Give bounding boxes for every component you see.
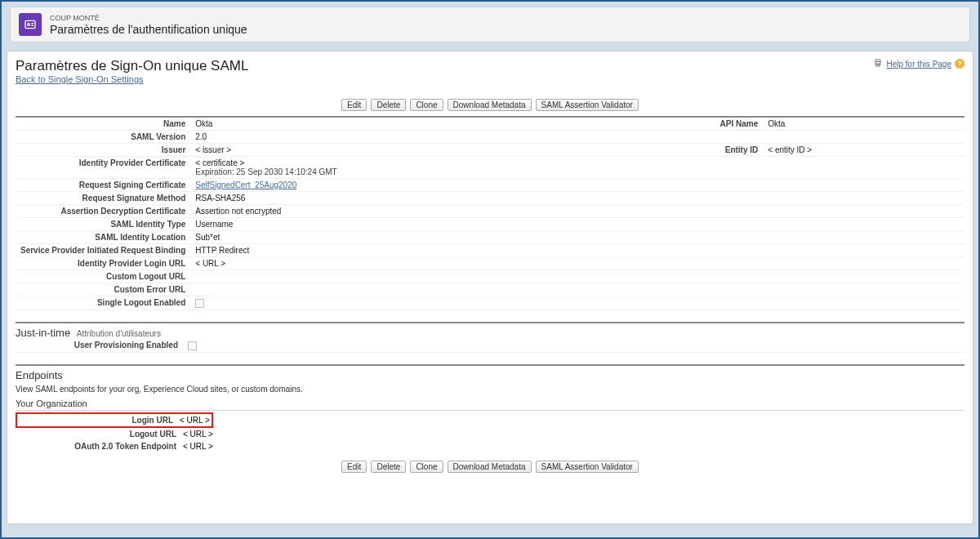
value-sp-binding: HTTP Redirect <box>190 244 665 257</box>
jit-sub: Attribution d'utilisateurs <box>77 329 161 338</box>
label-logout-url: Logout URL <box>16 428 183 440</box>
jit-section-head: Just-in-time Attribution d'utilisateurs <box>16 322 964 339</box>
page-header: COUP MONTÉ Paramètres de l'authentificat… <box>10 7 970 42</box>
label-api-name: API Name <box>665 117 763 131</box>
setup-icon <box>19 13 42 36</box>
label-assert-decrypt: Assertion Decryption Certificate <box>16 205 190 218</box>
endpoints-note: View SAML endpoints for your org, Experi… <box>16 385 964 394</box>
label-oauth-ep: OAuth 2.0 Token Endpoint <box>16 440 183 452</box>
clone-button[interactable]: Clone <box>410 461 443 473</box>
value-custom-logout <box>190 270 665 283</box>
page-title: Paramètres de Sign-On unique SAML <box>16 58 248 74</box>
label-single-logout: Single Logout Enabled <box>16 296 190 310</box>
label-saml-version: SAML Version <box>16 131 190 144</box>
value-logout-url: < URL > <box>183 428 213 440</box>
detail-table: Name Okta API Name Okta SAML Version 2.0… <box>16 116 964 310</box>
saml-assertion-validator-button[interactable]: SAML Assertion Validator <box>536 99 639 111</box>
label-user-prov: User Provisioning Enabled <box>16 339 183 352</box>
label-req-sign-cert: Request Signing Certificate <box>16 179 190 192</box>
user-prov-checkbox <box>188 341 197 350</box>
value-saml-version: 2.0 <box>190 131 665 144</box>
download-metadata-button[interactable]: Download Metadata <box>448 461 532 473</box>
endpoints-org-label: Your Organization <box>16 399 964 411</box>
value-req-sig-method: RSA-SHA256 <box>190 192 665 205</box>
value-name: Okta <box>190 117 665 131</box>
endpoint-logout-row: Logout URL < URL > <box>16 428 964 440</box>
value-idp-cert: < certificate > Expiration: 25 Sep 2030 … <box>190 157 665 179</box>
label-name: Name <box>16 117 190 131</box>
value-idp-cert-name: < certificate > <box>195 158 244 167</box>
value-idp-cert-exp: Expiration: 25 Sep 2030 14:10:24 GMT <box>195 167 336 176</box>
value-api-name: Okta <box>763 117 964 131</box>
label-saml-id-loc: SAML Identity Location <box>16 231 190 244</box>
clone-button[interactable]: Clone <box>410 99 443 111</box>
toolbar-top: Edit Delete Clone Download Metadata SAML… <box>16 99 964 111</box>
label-saml-id-type: SAML Identity Type <box>16 218 190 231</box>
value-custom-error <box>190 283 665 296</box>
help-link[interactable]: Help for this Page <box>887 60 952 69</box>
help-icon[interactable]: ? <box>955 59 964 69</box>
delete-button[interactable]: Delete <box>371 461 406 473</box>
toolbar-bottom: Edit Delete Clone Download Metadata SAML… <box>16 461 964 473</box>
label-login-url: Login URL <box>19 414 180 426</box>
value-idp-login-url: < URL > <box>190 257 665 270</box>
value-assert-decrypt: Assertion not encrypted <box>190 205 665 218</box>
value-issuer: < issuer > <box>190 144 665 157</box>
delete-button[interactable]: Delete <box>371 99 406 111</box>
jit-heading: Just-in-time <box>16 327 70 339</box>
edit-button[interactable]: Edit <box>341 99 367 111</box>
endpoints-section-head: Endpoints <box>16 364 964 381</box>
label-req-sig-method: Request Signature Method <box>16 192 190 205</box>
label-sp-binding: Service Provider Initiated Request Bindi… <box>16 244 190 257</box>
value-req-sign-cert[interactable]: SelfSignedCert_25Aug2020 <box>195 180 296 189</box>
value-login-url: < URL > <box>180 414 210 426</box>
endpoint-login-row: Login URL < URL > <box>16 412 964 428</box>
back-link[interactable]: Back to Single Sign-On Settings <box>16 74 144 84</box>
download-metadata-button[interactable]: Download Metadata <box>448 99 532 111</box>
login-url-highlight: Login URL < URL > <box>16 412 213 428</box>
endpoint-oauth-row: OAuth 2.0 Token Endpoint < URL > <box>16 440 964 452</box>
page-header-title: Paramètres de l'authentification unique <box>50 23 247 36</box>
label-idp-cert: Identity Provider Certificate <box>16 157 190 179</box>
label-idp-login-url: Identity Provider Login URL <box>16 257 190 270</box>
breadcrumb: COUP MONTÉ <box>50 14 247 22</box>
value-saml-id-loc: Sub*et <box>190 231 665 244</box>
value-entity-id: < entity ID > <box>763 144 964 157</box>
print-icon[interactable] <box>872 58 884 69</box>
label-issuer: Issuer <box>16 144 190 157</box>
edit-button[interactable]: Edit <box>341 461 367 473</box>
endpoints-heading: Endpoints <box>16 369 63 381</box>
label-custom-error: Custom Error URL <box>16 283 190 296</box>
value-oauth-ep: < URL > <box>183 440 213 452</box>
value-saml-id-type: Username <box>190 218 665 231</box>
svg-point-1 <box>28 24 30 26</box>
label-custom-logout: Custom Logout URL <box>16 270 190 283</box>
single-logout-checkbox <box>195 299 204 308</box>
label-entity-id: Entity ID <box>665 144 763 157</box>
saml-assertion-validator-button[interactable]: SAML Assertion Validator <box>536 461 639 473</box>
